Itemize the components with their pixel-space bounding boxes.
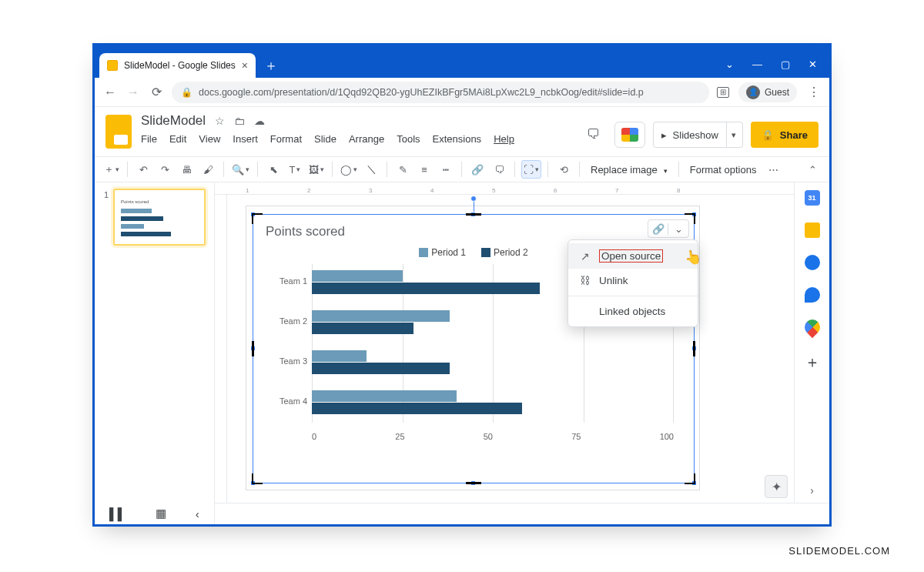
comment-history-icon[interactable]: 🗨 — [581, 122, 607, 148]
grid-view-icon[interactable]: ▦ — [156, 507, 166, 520]
image-tool[interactable]: 🖼 — [307, 160, 326, 179]
slides-logo-icon[interactable] — [105, 115, 132, 149]
legend-swatch-2 — [481, 248, 490, 257]
menu-unlink[interactable]: ⛓ Unlink — [568, 269, 698, 293]
cloud-saved-icon[interactable]: ☁ — [253, 115, 266, 127]
chevron-down-icon[interactable]: ⌄ — [725, 59, 734, 70]
forward-button[interactable]: → — [126, 85, 141, 100]
slide-thumbnail-panel: 1 Points scored — [95, 182, 215, 503]
menu-edit[interactable]: Edit — [169, 133, 186, 145]
print-button[interactable]: 🖶 — [177, 160, 196, 179]
menu-format[interactable]: Format — [270, 133, 302, 145]
maps-icon[interactable] — [801, 316, 822, 338]
share-button[interactable]: 🔒 Share — [751, 122, 819, 148]
lock-icon: 🔒 — [762, 129, 774, 141]
menu-tools[interactable]: Tools — [397, 133, 420, 145]
select-tool[interactable]: ⬉ — [264, 160, 283, 179]
slide-canvas[interactable]: 🔗 ⌄ ↗ Open source ⛓ Unlink — [246, 206, 700, 490]
textbox-tool[interactable]: T — [286, 160, 304, 179]
line-tool[interactable]: ＼ — [362, 160, 380, 179]
menu-extensions[interactable]: Extensions — [433, 133, 482, 145]
crop-handle[interactable] — [693, 341, 695, 356]
crop-button[interactable]: ⛶ — [521, 160, 541, 179]
bar-team4-period1 — [312, 390, 457, 402]
minimize-icon[interactable]: — — [752, 59, 762, 70]
meet-button[interactable] — [614, 122, 645, 148]
border-color-button[interactable]: ✎ — [393, 160, 412, 179]
redo-button[interactable]: ↷ — [156, 160, 174, 179]
crop-handle[interactable] — [466, 213, 481, 216]
crop-handle[interactable] — [685, 473, 695, 484]
menu-open-source[interactable]: ↗ Open source — [568, 243, 698, 269]
menu-file[interactable]: File — [141, 133, 157, 145]
browser-tab[interactable]: SlideModel - Google Slides × — [99, 53, 256, 78]
slideshow-button[interactable]: ▸ Slideshow — [653, 122, 727, 148]
slide-thumbnail-1[interactable]: 1 Points scored — [113, 189, 206, 246]
browser-titlebar: SlideModel - Google Slides × ＋ ⌄ — ▢ ✕ — [95, 45, 829, 78]
keep-icon[interactable] — [805, 222, 820, 238]
border-weight-button[interactable]: ≡ — [415, 160, 434, 179]
undo-button[interactable]: ↶ — [134, 160, 152, 179]
slideshow-dropdown[interactable]: ▾ — [726, 122, 743, 148]
add-addon-icon[interactable]: ＋ — [805, 352, 820, 373]
chart-object-selected[interactable]: 🔗 ⌄ ↗ Open source ⛓ Unlink — [253, 214, 695, 483]
menu-view[interactable]: View — [199, 133, 220, 145]
link-button[interactable]: 🔗 — [468, 160, 487, 179]
view-switcher: ▌▌ ▦ ‹ — [95, 503, 215, 524]
bar-team1-period2 — [312, 283, 540, 294]
shape-tool[interactable]: ◯ — [339, 160, 359, 179]
explore-button[interactable]: ✦ — [765, 475, 788, 498]
menu-bar: File Edit View Insert Format Slide Arran… — [141, 133, 514, 145]
format-options-button[interactable]: Format options — [685, 164, 762, 176]
address-bar[interactable]: 🔒 docs.google.com/presentation/d/1Qqd92Q… — [172, 82, 709, 103]
collapse-toolbar-button[interactable]: ⌃ — [803, 160, 822, 179]
horizontal-ruler: 12345678 — [215, 182, 794, 195]
close-tab-icon[interactable]: × — [242, 59, 248, 72]
star-icon[interactable]: ☆ — [213, 115, 226, 127]
crop-handle[interactable] — [252, 213, 263, 224]
comment-button[interactable]: 🗨 — [490, 160, 508, 179]
crop-handle[interactable] — [252, 341, 254, 356]
replace-image-button[interactable]: Replace image — [586, 164, 672, 176]
crop-handle[interactable] — [252, 473, 263, 484]
lock-icon: 🔒 — [181, 87, 192, 98]
new-slide-button[interactable]: ＋ — [102, 160, 121, 179]
reload-button[interactable]: ⟳ — [149, 85, 164, 100]
collapse-filmstrip-icon[interactable]: ‹ — [196, 507, 199, 520]
filmstrip-view-icon[interactable]: ▌▌ — [109, 507, 126, 520]
hide-side-panel-icon[interactable]: › — [810, 484, 814, 497]
border-dash-button[interactable]: ┅ — [437, 160, 455, 179]
browser-menu-icon[interactable]: ⋮ — [806, 85, 822, 100]
menu-insert[interactable]: Insert — [233, 133, 258, 145]
bar-team2-period2 — [312, 323, 413, 334]
calendar-icon[interactable] — [805, 190, 820, 206]
contacts-icon[interactable] — [805, 287, 820, 303]
back-button[interactable]: ← — [102, 85, 118, 100]
install-app-icon[interactable]: ⊞ — [717, 87, 729, 98]
close-window-icon[interactable]: ✕ — [808, 59, 817, 70]
chart-title: Points scored — [266, 224, 681, 239]
menu-arrange[interactable]: Arrange — [349, 133, 384, 145]
profile-chip[interactable]: 👤 Guest — [738, 82, 797, 102]
paint-format-button[interactable]: 🖌 — [199, 160, 217, 179]
tasks-icon[interactable] — [805, 255, 820, 270]
menu-help[interactable]: Help — [494, 133, 514, 145]
menu-linked-objects[interactable]: Linked objects — [568, 299, 698, 323]
legend-swatch-1 — [419, 248, 428, 257]
reset-image-button[interactable]: ⟲ — [554, 160, 573, 179]
canvas-area[interactable]: 12345678 — [215, 182, 794, 503]
watermark: SLIDEMODEL.COM — [788, 545, 890, 557]
bar-team1-period1 — [312, 270, 403, 282]
slideshow-label: Slideshow — [673, 129, 718, 141]
menu-slide[interactable]: Slide — [314, 133, 336, 145]
cursor-pointer-icon: 👆 — [683, 247, 702, 266]
move-icon[interactable]: 🗀 — [233, 115, 246, 127]
document-title[interactable]: SlideModel — [141, 113, 206, 129]
rotation-handle[interactable] — [470, 196, 477, 202]
more-tools-button[interactable]: ⋯ — [764, 160, 782, 179]
zoom-button[interactable]: 🔍 — [230, 160, 251, 179]
side-panel: ＋ › — [794, 182, 829, 503]
crop-handle[interactable] — [466, 482, 481, 484]
maximize-icon[interactable]: ▢ — [781, 59, 790, 70]
new-tab-button[interactable]: ＋ — [262, 56, 280, 75]
